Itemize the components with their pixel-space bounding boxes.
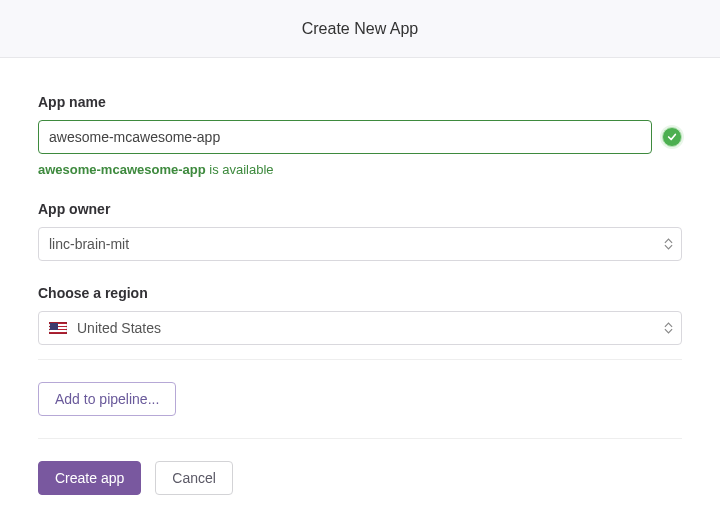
app-name-input[interactable] [38,120,652,154]
app-name-group: App name awesome-mcawesome-app is availa… [38,94,682,177]
app-name-row [38,120,682,154]
modal-header: Create New App [0,0,720,58]
region-group: Choose a region United States [38,285,682,345]
availability-name: awesome-mcawesome-app [38,162,206,177]
form-container: App name awesome-mcawesome-app is availa… [0,58,720,515]
add-to-pipeline-button[interactable]: Add to pipeline... [38,382,176,416]
action-row: Create app Cancel [38,461,682,495]
page-title: Create New App [302,20,419,38]
app-name-label: App name [38,94,682,110]
app-owner-group: App owner linc-brain-mit [38,201,682,261]
divider [38,359,682,360]
cancel-button[interactable]: Cancel [155,461,233,495]
app-owner-selected: linc-brain-mit [49,236,129,252]
region-select[interactable]: United States [38,311,682,345]
chevron-updown-icon [664,322,673,334]
availability-suffix: is available [206,162,274,177]
us-flag-icon [49,322,67,334]
region-label: Choose a region [38,285,682,301]
create-app-button[interactable]: Create app [38,461,141,495]
check-icon [662,127,682,147]
chevron-updown-icon [664,238,673,250]
region-selected: United States [77,320,161,336]
app-owner-select[interactable]: linc-brain-mit [38,227,682,261]
availability-message: awesome-mcawesome-app is available [38,162,682,177]
app-owner-label: App owner [38,201,682,217]
divider [38,438,682,439]
